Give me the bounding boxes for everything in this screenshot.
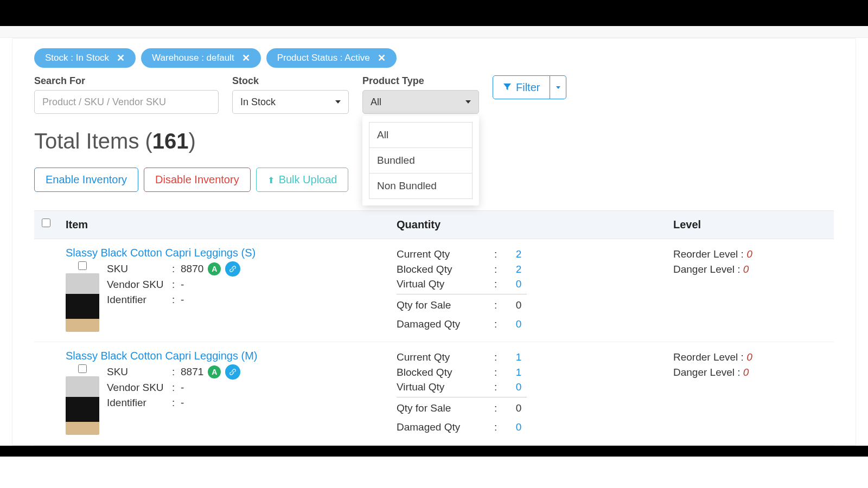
vendor-sku-label: Vendor SKU	[107, 277, 172, 293]
column-quantity: Quantity	[397, 219, 673, 231]
bulk-upload-button[interactable]: Bulk Upload	[256, 168, 349, 192]
qty-damaged-label: Damaged Qty	[397, 317, 494, 332]
reorder-label: Reorder Level :	[673, 248, 744, 260]
chip-label: Stock : In Stock	[45, 53, 109, 63]
colon: :	[172, 364, 181, 380]
search-input[interactable]	[34, 90, 219, 114]
product-type-label: Product Type	[362, 75, 479, 87]
stock-label: Stock	[232, 75, 349, 87]
table-row: Slassy Black Cotton Capri Leggings (S) S…	[34, 239, 834, 342]
qty-virtual-value[interactable]: 0	[510, 277, 527, 292]
sku-label: SKU	[107, 364, 172, 380]
column-item: Item	[66, 219, 397, 231]
qty-damaged-label: Damaged Qty	[397, 420, 494, 435]
filter-caret-button[interactable]	[550, 75, 566, 99]
search-label: Search For	[34, 75, 219, 87]
chip-warehouse: Warehouse : default ✕	[141, 48, 261, 68]
product-type-select[interactable]: All	[362, 90, 479, 114]
qty-virtual-label: Virtual Qty	[397, 277, 494, 292]
close-icon[interactable]: ✕	[117, 52, 125, 64]
chevron-down-icon	[465, 100, 471, 104]
colon: :	[172, 395, 181, 411]
identifier-label: Identifier	[107, 395, 172, 411]
chip-stock: Stock : In Stock ✕	[34, 48, 136, 68]
qty-blocked-value[interactable]: 2	[510, 262, 527, 277]
product-type-group: Product Type All All Bundled Non Bundled	[362, 75, 479, 114]
search-group: Search For	[34, 75, 219, 114]
colon: :	[172, 380, 181, 396]
filter-row: Search For Stock In Stock Product Type A…	[34, 75, 834, 114]
qty-current-value[interactable]: 1	[510, 350, 527, 365]
colon: :	[172, 292, 181, 308]
vendor-sku-label: Vendor SKU	[107, 380, 172, 396]
reorder-label: Reorder Level :	[673, 351, 744, 363]
page-content: Stock : In Stock ✕ Warehouse : default ✕…	[12, 38, 856, 446]
qty-blocked-label: Blocked Qty	[397, 262, 494, 277]
qty-virtual-label: Virtual Qty	[397, 380, 494, 395]
window-titlebar	[0, 0, 868, 26]
filter-button-group: Filter	[493, 75, 566, 114]
bulk-upload-label: Bulk Upload	[279, 174, 337, 186]
stock-group: Stock In Stock	[232, 75, 349, 114]
identifier-value: -	[181, 292, 184, 308]
filter-button[interactable]: Filter	[493, 75, 550, 99]
qty-blocked-value[interactable]: 1	[510, 365, 527, 380]
chip-label: Product Status : Active	[277, 53, 370, 63]
danger-label: Danger Level :	[673, 367, 741, 378]
dropdown-item-all[interactable]: All	[369, 122, 473, 148]
qty-virtual-value[interactable]: 0	[510, 380, 527, 395]
divider	[397, 397, 527, 397]
identifier-label: Identifier	[107, 292, 172, 308]
chevron-down-icon	[556, 86, 560, 89]
close-icon[interactable]: ✕	[242, 52, 250, 64]
qty-for-sale-value: 0	[510, 298, 527, 313]
item-image	[66, 376, 99, 435]
item-title-link[interactable]: Slassy Black Cotton Capri Leggings (M)	[66, 350, 397, 362]
qty-current-value[interactable]: 2	[510, 247, 527, 262]
row-checkbox[interactable]	[78, 364, 87, 373]
qty-for-sale-label: Qty for Sale	[397, 401, 494, 416]
reorder-value: 0	[746, 351, 752, 363]
status-badge-a: A	[208, 365, 221, 378]
close-icon[interactable]: ✕	[378, 52, 386, 64]
filter-chip-bar: Stock : In Stock ✕ Warehouse : default ✕…	[34, 48, 834, 68]
select-all-checkbox[interactable]	[42, 219, 50, 227]
row-checkbox[interactable]	[78, 261, 87, 270]
disable-inventory-button[interactable]: Disable Inventory	[144, 168, 251, 192]
divider	[397, 294, 527, 294]
link-icon[interactable]	[225, 364, 240, 380]
vendor-sku-value: -	[181, 380, 184, 396]
total-count: 161	[152, 129, 189, 153]
qty-for-sale-label: Qty for Sale	[397, 298, 494, 313]
danger-value: 0	[743, 264, 749, 275]
dropdown-item-non-bundled[interactable]: Non Bundled	[369, 174, 473, 199]
colon: :	[172, 261, 181, 277]
filter-button-label: Filter	[516, 81, 540, 94]
chip-product-status: Product Status : Active ✕	[266, 48, 397, 68]
table-row: Slassy Black Cotton Capri Leggings (M) S…	[34, 342, 834, 445]
vendor-sku-value: -	[181, 277, 184, 293]
identifier-value: -	[181, 395, 184, 411]
reorder-value: 0	[746, 248, 752, 260]
window-subbar	[0, 26, 868, 38]
column-level: Level	[673, 219, 826, 231]
window-bottombar	[0, 446, 868, 457]
item-thumb-wrap	[66, 261, 99, 332]
product-type-value: All	[371, 97, 381, 108]
sku-value: 8870	[181, 261, 203, 277]
dropdown-item-bundled[interactable]: Bundled	[369, 148, 473, 174]
stock-select[interactable]: In Stock	[232, 90, 349, 114]
qty-damaged-value[interactable]: 0	[510, 317, 527, 332]
stock-value: In Stock	[240, 97, 276, 108]
qty-damaged-value[interactable]: 0	[510, 420, 527, 435]
item-title-link[interactable]: Slassy Black Cotton Capri Leggings (S)	[66, 247, 397, 259]
funnel-icon	[503, 81, 512, 94]
link-icon[interactable]	[225, 261, 240, 277]
chevron-down-icon	[335, 100, 341, 104]
item-thumb-wrap	[66, 364, 99, 435]
danger-label: Danger Level :	[673, 264, 741, 275]
product-type-dropdown: All Bundled Non Bundled	[362, 115, 479, 206]
enable-inventory-button[interactable]: Enable Inventory	[34, 168, 138, 192]
danger-value: 0	[743, 367, 749, 378]
item-image	[66, 273, 99, 332]
